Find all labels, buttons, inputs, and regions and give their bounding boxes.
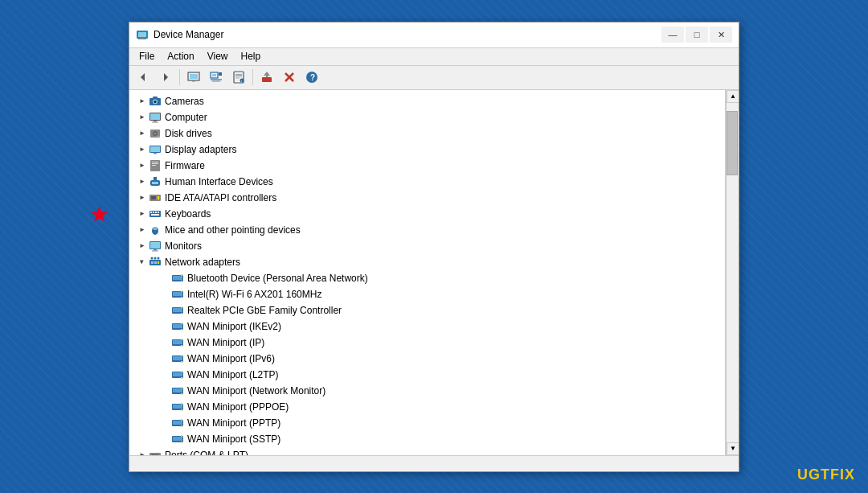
scrollbar[interactable]: ▲ ▼: [726, 90, 739, 455]
tree-item-wan-pptp[interactable]: WAN Miniport (PPTP): [129, 415, 725, 431]
svg-rect-85: [181, 313, 182, 314]
tree-item-wan-ip[interactable]: WAN Miniport (IP): [129, 335, 725, 351]
tree-item-mice[interactable]: ►Mice and other pointing devices: [129, 222, 725, 238]
status-bar: [129, 455, 739, 471]
svg-rect-63: [152, 250, 158, 251]
svg-rect-80: [181, 290, 182, 292]
expand-arrow-keyboards[interactable]: ►: [136, 207, 149, 220]
device-label-disk-drives: Disk drives: [165, 128, 212, 139]
tree-item-monitors[interactable]: ►Monitors: [129, 238, 725, 254]
device-label-network-adapters: Network adapters: [165, 257, 240, 268]
minimize-button[interactable]: —: [661, 27, 684, 43]
tree-item-wan-sstp[interactable]: WAN Miniport (SSTP): [129, 431, 725, 447]
maximize-button[interactable]: □: [686, 27, 708, 43]
scroll-up-button[interactable]: ▲: [727, 90, 739, 103]
tree-item-wifi[interactable]: Intel(R) Wi-Fi 6 AX201 160MHz: [129, 286, 725, 302]
expand-arrow-realtek[interactable]: [158, 304, 171, 317]
tree-item-wan-pppoe[interactable]: WAN Miniport (PPPOE): [129, 399, 725, 415]
tree-item-realtek[interactable]: Realtek PCIe GbE Family Controller: [129, 302, 725, 318]
svg-rect-79: [173, 292, 182, 296]
expand-arrow-wan-l2tp[interactable]: [158, 368, 171, 381]
expand-arrow-wan-ipv6[interactable]: [158, 352, 171, 365]
menu-file[interactable]: File: [133, 49, 161, 64]
update-driver-button[interactable]: [256, 68, 277, 87]
svg-rect-46: [152, 182, 158, 184]
device-label-computer: Computer: [165, 112, 207, 123]
svg-rect-91: [173, 340, 182, 344]
device-icon-wan-netmon: [171, 384, 184, 397]
expand-arrow-wan-ikev2[interactable]: [158, 320, 171, 333]
show-devices-button[interactable]: [183, 68, 204, 87]
expand-arrow-wan-pppoe[interactable]: [158, 401, 171, 413]
svg-rect-99: [173, 372, 182, 376]
tree-item-firmware[interactable]: ►Firmware: [129, 158, 725, 174]
toolbar: i ?: [129, 66, 739, 90]
svg-rect-43: [152, 163, 158, 164]
forward-button[interactable]: [155, 68, 176, 87]
tree-item-human-interface[interactable]: ►Human Interface Devices: [129, 174, 725, 190]
expand-arrow-ports[interactable]: ►: [136, 449, 149, 455]
svg-rect-103: [173, 388, 182, 392]
star-annotation: ★: [89, 201, 109, 228]
expand-arrow-wan-netmon[interactable]: [158, 384, 171, 397]
tree-item-ports[interactable]: ►Ports (COM & LPT): [129, 447, 725, 455]
menu-view[interactable]: View: [201, 49, 235, 64]
expand-arrow-monitors[interactable]: ►: [136, 240, 149, 253]
device-label-realtek: Realtek PCIe GbE Family Controller: [187, 305, 342, 316]
tree-item-cameras[interactable]: ►Cameras: [129, 93, 725, 109]
tree-item-display-adapters[interactable]: ►Display adapters: [129, 142, 725, 158]
menu-help[interactable]: Help: [235, 49, 268, 64]
device-label-bluetooth: Bluetooth Device (Personal Area Network): [187, 273, 368, 284]
properties-button[interactable]: i: [228, 68, 249, 87]
expand-arrow-wan-pptp[interactable]: [158, 417, 171, 429]
expand-arrow-ide-atapi[interactable]: ►: [136, 191, 149, 204]
device-icon-wan-pppoe: [171, 401, 184, 413]
tree-item-ide-atapi[interactable]: ►IDE ATA/ATAPI controllers: [129, 190, 725, 206]
svg-rect-111: [173, 421, 182, 425]
tree-item-wan-ikev2[interactable]: WAN Miniport (IKEv2): [129, 318, 725, 335]
svg-rect-83: [173, 308, 182, 312]
svg-rect-116: [181, 435, 182, 437]
svg-rect-66: [154, 261, 157, 264]
expand-arrow-cameras[interactable]: ►: [136, 95, 149, 108]
svg-rect-84: [181, 306, 182, 308]
tree-item-disk-drives[interactable]: ►Disk drives: [129, 125, 725, 142]
expand-arrow-mice[interactable]: ►: [136, 224, 149, 236]
tree-item-wan-netmon[interactable]: WAN Miniport (Network Monitor): [129, 383, 725, 399]
scroll-thumb[interactable]: [727, 111, 738, 175]
expand-arrow-display-adapters[interactable]: ►: [136, 143, 149, 156]
svg-rect-120: [154, 454, 156, 455]
help-button[interactable]: ?: [301, 68, 322, 87]
scroll-down-button[interactable]: ▼: [727, 442, 739, 455]
scan-button[interactable]: [206, 68, 227, 87]
tree-item-wan-ipv6[interactable]: WAN Miniport (IPv6): [129, 351, 725, 367]
tree-item-wan-l2tp[interactable]: WAN Miniport (L2TP): [129, 367, 725, 383]
tree-item-computer[interactable]: ►Computer: [129, 109, 725, 125]
expand-arrow-wifi[interactable]: [158, 288, 171, 301]
tree-item-keyboards[interactable]: ►Keyboards: [129, 206, 725, 222]
device-icon-cameras: [149, 95, 162, 108]
uninstall-button[interactable]: [279, 68, 300, 87]
expand-arrow-network-adapters[interactable]: ►: [136, 256, 149, 269]
device-tree[interactable]: ►Cameras►Computer►Disk drives►Display ad…: [129, 90, 726, 455]
content-area: ►Cameras►Computer►Disk drives►Display ad…: [129, 90, 739, 455]
svg-rect-109: [181, 409, 182, 411]
device-icon-wan-ip: [171, 336, 184, 349]
expand-arrow-wan-sstp[interactable]: [158, 433, 171, 446]
menu-action[interactable]: Action: [161, 49, 200, 64]
svg-rect-105: [181, 393, 182, 395]
expand-arrow-computer[interactable]: ►: [136, 111, 149, 124]
device-label-human-interface: Human Interface Devices: [165, 176, 273, 187]
toolbar-separator-1: [179, 69, 180, 85]
close-button[interactable]: ✕: [710, 27, 732, 43]
tree-item-network-adapters[interactable]: ►Network adapters: [129, 254, 725, 270]
expand-arrow-wan-ip[interactable]: [158, 336, 171, 349]
expand-arrow-bluetooth[interactable]: [158, 272, 171, 285]
expand-arrow-human-interface[interactable]: ►: [136, 175, 149, 188]
window-title: Device Manager: [154, 29, 661, 40]
tree-item-bluetooth[interactable]: Bluetooth Device (Personal Area Network): [129, 270, 725, 286]
device-icon-wan-l2tp: [171, 368, 184, 381]
expand-arrow-disk-drives[interactable]: ►: [136, 127, 149, 140]
back-button[interactable]: [133, 68, 154, 87]
expand-arrow-firmware[interactable]: ►: [136, 159, 149, 172]
